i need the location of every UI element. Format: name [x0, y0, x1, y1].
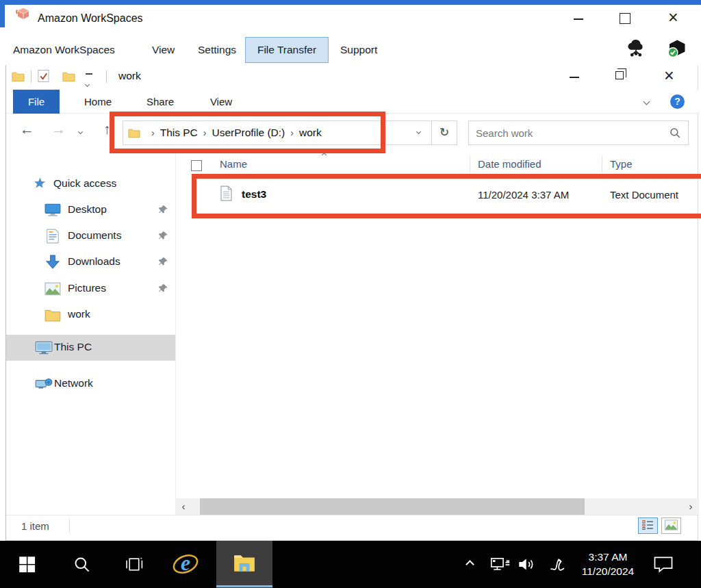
- explorer-window-title: work: [118, 70, 141, 82]
- status-item-count: 1 item: [21, 520, 49, 532]
- ribbon-collapse-icon[interactable]: [643, 99, 650, 105]
- refresh-icon[interactable]: ↻: [432, 120, 457, 145]
- divider: [602, 156, 602, 172]
- scroll-right-icon[interactable]: ›: [683, 498, 699, 515]
- workspaces-logo-icon: [15, 7, 31, 22]
- recent-locations-icon[interactable]: [78, 129, 83, 134]
- tray-network-icon[interactable]: [490, 556, 511, 573]
- details-view-button[interactable]: [638, 517, 658, 534]
- divider: [31, 71, 31, 83]
- menu-file-transfer[interactable]: File Transfer: [245, 37, 329, 63]
- menu-support[interactable]: Support: [337, 40, 380, 60]
- search-input[interactable]: [476, 122, 661, 144]
- horizontal-scrollbar[interactable]: ‹ ›: [175, 498, 699, 515]
- taskbar-file-explorer-button[interactable]: [216, 541, 272, 588]
- tray-volume-icon[interactable]: [518, 556, 538, 573]
- thumbnail-view-button[interactable]: [661, 517, 681, 534]
- divider: [106, 71, 107, 83]
- window-title: Amazon WorkSpaces: [38, 12, 143, 25]
- breadcrumb-work[interactable]: work: [299, 127, 322, 138]
- pin-icon: [158, 205, 168, 215]
- connection-status-icon[interactable]: [666, 38, 687, 59]
- up-icon[interactable]: ↑: [103, 121, 111, 138]
- explorer-minimize-icon[interactable]: [570, 77, 579, 78]
- breadcrumb-separator: ›: [146, 127, 160, 138]
- sidebar-item-work[interactable]: work: [6, 302, 175, 328]
- back-icon[interactable]: ←: [20, 121, 34, 138]
- file-name[interactable]: test3: [242, 188, 266, 201]
- sidebar-item-label: Pictures: [68, 282, 106, 294]
- tray-expand-icon[interactable]: [466, 560, 474, 569]
- column-header-type[interactable]: Type: [610, 158, 633, 170]
- svg-text:e: e: [181, 551, 190, 575]
- start-button-icon[interactable]: [18, 555, 36, 574]
- tab-home[interactable]: Home: [77, 90, 118, 114]
- breadcrumb: ›This PC›UserProfile (D:)›work: [146, 120, 322, 145]
- task-view-icon[interactable]: [125, 555, 144, 574]
- breadcrumb-this-pc[interactable]: This PC: [160, 127, 198, 138]
- sidebar-item-label: Desktop: [68, 203, 107, 216]
- tab-file[interactable]: File: [13, 90, 60, 114]
- sidebar-item-network[interactable]: Network: [6, 371, 175, 397]
- select-all-checkbox[interactable]: [191, 160, 202, 171]
- column-header-name[interactable]: Name: [220, 158, 247, 170]
- sidebar-item-label: work: [68, 308, 90, 320]
- taskbar-search-icon[interactable]: [73, 555, 91, 574]
- search-icon[interactable]: [669, 127, 681, 139]
- sidebar-item-label: Downloads: [68, 255, 120, 268]
- divider: [69, 519, 70, 533]
- ribbon-tab-row: File Home Share View ?: [6, 90, 699, 114]
- new-folder-icon[interactable]: [62, 71, 75, 82]
- network-cloud-icon[interactable]: [626, 38, 646, 59]
- sidebar-item-pictures[interactable]: Pictures: [6, 276, 175, 302]
- scrollbar-thumb[interactable]: [200, 498, 585, 515]
- close-icon[interactable]: ×: [668, 10, 678, 24]
- quick-access-star-icon: [34, 177, 47, 190]
- text-document-icon: [220, 186, 233, 201]
- sidebar-item-desktop[interactable]: Desktop: [6, 197, 175, 223]
- explorer-restore-icon[interactable]: [615, 71, 624, 79]
- breadcrumb-separator: ›: [285, 127, 299, 138]
- pin-icon: [158, 257, 168, 267]
- taskbar: e 3:37 AM 11/: [0, 541, 701, 588]
- help-icon[interactable]: ?: [670, 94, 685, 109]
- tab-view[interactable]: View: [202, 90, 240, 114]
- sidebar-item-this-pc[interactable]: This PC: [6, 335, 175, 361]
- pin-icon: [158, 283, 168, 294]
- properties-check-icon[interactable]: [38, 69, 49, 83]
- tab-share[interactable]: Share: [138, 90, 183, 114]
- menu-amazon-workspaces[interactable]: Amazon WorkSpaces: [10, 40, 118, 60]
- explorer-close-icon[interactable]: ×: [664, 68, 674, 82]
- desktop-icon: [44, 203, 61, 218]
- minimize-icon[interactable]: [574, 18, 583, 20]
- divider: [470, 156, 470, 172]
- network-icon: [35, 376, 53, 392]
- sidebar-item-label: Network: [54, 377, 93, 389]
- column-header-date-modified[interactable]: Date modified: [478, 158, 541, 170]
- pin-icon: [158, 231, 168, 241]
- menu-view[interactable]: View: [149, 40, 177, 60]
- qat-dropdown-icon[interactable]: [86, 73, 94, 89]
- active-app-underline: [216, 585, 272, 587]
- internet-explorer-icon[interactable]: e: [171, 550, 200, 578]
- breadcrumb-userprofile[interactable]: UserProfile (D:): [212, 127, 285, 138]
- sidebar-item-quick-access[interactable]: Quick access: [6, 171, 175, 197]
- workspaces-menubar: Amazon WorkSpaces View Settings File Tra…: [5, 34, 701, 65]
- window-border-left: [0, 5, 5, 27]
- action-center-icon[interactable]: [653, 556, 674, 573]
- folder-icon: [44, 307, 61, 322]
- menu-settings[interactable]: Settings: [195, 40, 239, 60]
- clock-date: 11/20/2024: [574, 564, 642, 578]
- scroll-left-icon[interactable]: ‹: [175, 498, 192, 515]
- sidebar-item-label: Documents: [68, 229, 121, 242]
- sidebar-item-documents[interactable]: Documents: [6, 223, 175, 249]
- sidebar-item-downloads[interactable]: Downloads: [6, 249, 175, 275]
- maximize-icon[interactable]: [620, 13, 630, 24]
- sidebar-item-label: This PC: [54, 341, 92, 353]
- tray-pen-icon[interactable]: [549, 556, 568, 573]
- taskbar-clock[interactable]: 3:37 AM 11/20/2024: [574, 550, 642, 578]
- folder-icon[interactable]: [12, 71, 25, 82]
- sidebar-item-label: Quick access: [53, 177, 116, 190]
- search-box[interactable]: [468, 120, 689, 145]
- breadcrumb-separator: ›: [198, 127, 212, 138]
